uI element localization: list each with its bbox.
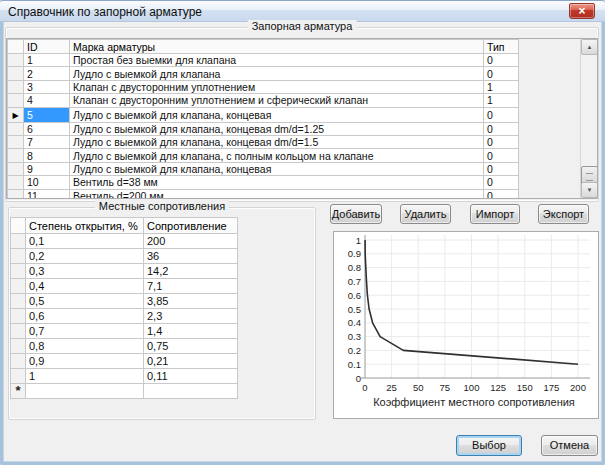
column-header-type[interactable]: Тип: [484, 40, 519, 54]
row-selector[interactable]: [11, 294, 26, 309]
cell-name[interactable]: Лудло с выемкой для клапана, концевая dm…: [70, 122, 484, 135]
cell-resistance[interactable]: [144, 384, 238, 399]
cell-type[interactable]: 1: [484, 94, 519, 107]
cell-id[interactable]: 11: [24, 189, 70, 199]
cell-name[interactable]: Лудло с выемкой для клапана, концевая: [70, 162, 484, 175]
column-header-opening[interactable]: Степень открытия, %: [26, 218, 144, 234]
cell-type[interactable]: 0: [484, 107, 519, 122]
row-selector[interactable]: [8, 94, 24, 107]
table-row: 0,47,1: [11, 279, 238, 294]
row-selector[interactable]: [8, 189, 24, 199]
cell-name[interactable]: Клапан с двусторонним уплотнением: [70, 80, 484, 93]
scroll-up-icon[interactable]: ▲: [581, 39, 598, 55]
row-selector[interactable]: ▶: [8, 107, 24, 122]
delete-button[interactable]: Удалить: [400, 204, 451, 224]
cell-type[interactable]: 0: [484, 67, 519, 80]
cell-name[interactable]: Вентиль d=38 мм: [70, 176, 484, 189]
row-selector[interactable]: [11, 369, 26, 384]
cell-type[interactable]: 0: [484, 54, 519, 67]
cell-opening[interactable]: 0,9: [26, 354, 144, 369]
cell-resistance[interactable]: 7,1: [144, 279, 238, 294]
chart-y-tick-label: 0.1: [348, 359, 361, 370]
column-header-name[interactable]: Марка арматуры: [70, 40, 484, 54]
cell-name[interactable]: Клапан с двусторонним уплотнением и сфер…: [70, 94, 484, 107]
row-selector[interactable]: [8, 162, 24, 175]
row-selector[interactable]: [8, 67, 24, 80]
row-selector[interactable]: [11, 264, 26, 279]
cell-type[interactable]: 0: [484, 122, 519, 135]
cell-id[interactable]: 8: [24, 149, 70, 162]
import-button[interactable]: Импорт: [470, 204, 520, 224]
table-row: 1Простая без выемки для клапана0: [8, 54, 519, 67]
cell-id[interactable]: 6: [24, 122, 70, 135]
row-selector[interactable]: [8, 80, 24, 93]
cell-type[interactable]: 0: [484, 176, 519, 189]
cell-resistance[interactable]: 0,11: [144, 369, 238, 384]
cell-name[interactable]: Простая без выемки для клапана: [70, 54, 484, 67]
row-selector[interactable]: [8, 149, 24, 162]
row-selector[interactable]: [8, 122, 24, 135]
cell-opening[interactable]: 0,2: [26, 249, 144, 264]
cell-id[interactable]: 3: [24, 80, 70, 93]
cell-opening[interactable]: [26, 384, 144, 399]
cell-type[interactable]: 0: [484, 162, 519, 175]
column-header-resistance[interactable]: Сопротивление: [144, 218, 238, 234]
title-bar[interactable]: Справочник по запорной арматуре ×: [0, 0, 605, 22]
cell-name[interactable]: Вентиль d=200 мм: [70, 189, 484, 199]
scroll-down-icon[interactable]: ▼: [581, 182, 598, 198]
export-button[interactable]: Экспорт: [538, 204, 589, 224]
table-row: 0,314,2: [11, 264, 238, 279]
row-selector[interactable]: [11, 234, 26, 249]
row-selector[interactable]: [8, 176, 24, 189]
row-selector[interactable]: [11, 249, 26, 264]
cell-opening[interactable]: 1: [26, 369, 144, 384]
cell-id[interactable]: 1: [24, 54, 70, 67]
cell-id[interactable]: 10: [24, 176, 70, 189]
row-selector[interactable]: [8, 54, 24, 67]
row-selector[interactable]: [11, 309, 26, 324]
cell-opening[interactable]: 0,7: [26, 324, 144, 339]
chart-x-tick-label: 200: [570, 382, 586, 393]
cell-opening[interactable]: 0,3: [26, 264, 144, 279]
cancel-button[interactable]: Отмена: [541, 435, 598, 456]
cell-name[interactable]: Лудло с выемкой для клапана, концевая: [70, 107, 484, 122]
row-selector[interactable]: [11, 354, 26, 369]
cell-type[interactable]: 1: [484, 80, 519, 93]
row-selector[interactable]: [11, 339, 26, 354]
cell-name[interactable]: Лудло с выемкой для клапана, с полным ко…: [70, 149, 484, 162]
cell-resistance[interactable]: 14,2: [144, 264, 238, 279]
close-icon[interactable]: ×: [569, 3, 595, 19]
cell-id[interactable]: 2: [24, 67, 70, 80]
cell-type[interactable]: 0: [484, 189, 519, 199]
cell-id[interactable]: 9: [24, 162, 70, 175]
cell-resistance[interactable]: 0,75: [144, 339, 238, 354]
cell-type[interactable]: 0: [484, 149, 519, 162]
cell-resistance[interactable]: 3,85: [144, 294, 238, 309]
corner-header-cell[interactable]: [11, 218, 26, 234]
column-header-id[interactable]: ID: [24, 40, 70, 54]
cell-name[interactable]: Лудло с выемкой для клапана: [70, 67, 484, 80]
cell-resistance[interactable]: 1,4: [144, 324, 238, 339]
cell-id[interactable]: 7: [24, 135, 70, 148]
cell-resistance[interactable]: 200: [144, 234, 238, 249]
valves-scrollbar[interactable]: ▲ ▼: [580, 39, 597, 198]
cell-opening[interactable]: 0,4: [26, 279, 144, 294]
cell-opening[interactable]: 0,8: [26, 339, 144, 354]
cell-resistance[interactable]: 2,3: [144, 309, 238, 324]
cell-opening[interactable]: 0,1: [26, 234, 144, 249]
corner-header-cell[interactable]: [8, 40, 24, 54]
cell-id[interactable]: 4: [24, 94, 70, 107]
cell-id-selected[interactable]: 5: [24, 107, 70, 122]
cell-resistance[interactable]: 0,21: [144, 354, 238, 369]
cell-name[interactable]: Лудло с выемкой для клапана, концевая dm…: [70, 135, 484, 148]
row-selector[interactable]: [8, 135, 24, 148]
cell-type[interactable]: 0: [484, 135, 519, 148]
row-selector[interactable]: [11, 324, 26, 339]
select-button[interactable]: Выбор: [456, 435, 522, 456]
row-selector[interactable]: *: [11, 384, 26, 399]
cell-opening[interactable]: 0,6: [26, 309, 144, 324]
row-selector[interactable]: [11, 279, 26, 294]
cell-resistance[interactable]: 36: [144, 249, 238, 264]
cell-opening[interactable]: 0,5: [26, 294, 144, 309]
add-button[interactable]: Добавить: [330, 204, 382, 224]
